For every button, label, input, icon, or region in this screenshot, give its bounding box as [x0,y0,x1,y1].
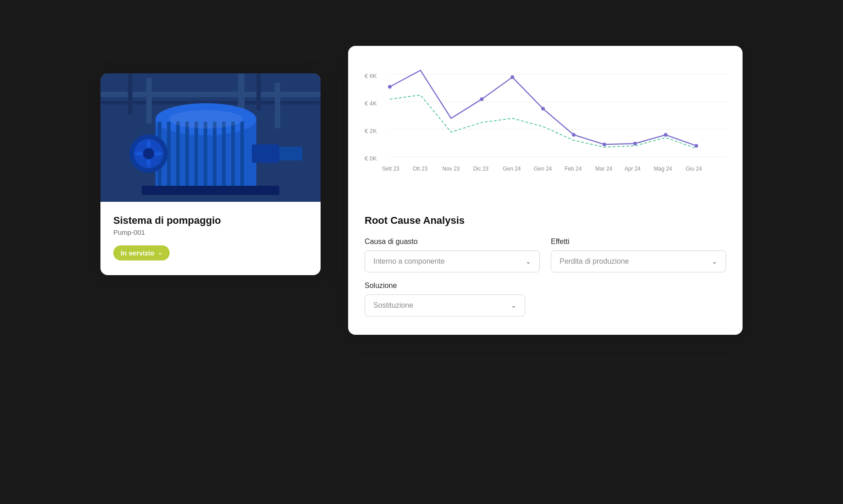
effetti-field: Effetti Perdita di produzione ⌄ [551,238,726,272]
svg-text:€ 4K: € 4K [365,100,377,107]
chart-point [480,97,483,101]
svg-rect-5 [275,83,280,128]
svg-rect-26 [142,186,279,195]
svg-rect-17 [213,122,216,186]
causa-value: Interno a componente [373,257,445,266]
asset-image [100,73,321,202]
rca-top-row: Causa di guasto Interno a componente ⌄ E… [365,238,726,272]
svg-text:Ott 23: Ott 23 [413,165,428,172]
svg-rect-7 [146,78,152,124]
effetti-select[interactable]: Perdita di produzione ⌄ [551,250,726,272]
svg-rect-13 [176,122,180,186]
chart-point [603,142,606,146]
svg-rect-19 [231,122,235,186]
soluzione-label: Soluzione [365,282,525,290]
scene: Sistema di pompaggio Pump-001 In servizi… [100,46,743,459]
asset-card: Sistema di pompaggio Pump-001 In servizi… [100,73,321,275]
svg-text:Sett 23: Sett 23 [382,165,399,172]
svg-rect-1 [100,92,321,97]
chart-point [388,85,392,89]
svg-rect-16 [204,122,207,186]
svg-text:Apr 24: Apr 24 [625,165,641,172]
chart-point [664,133,667,136]
rca-title: Root Cause Analysis [365,215,726,227]
chart-container: € 6K € 4K € 2K € 0K Sett 23 Ott 23 Nov 2… [365,61,726,198]
status-chevron-icon: ⌄ [158,249,162,256]
causa-chevron-icon: ⌄ [526,258,531,265]
effetti-chevron-icon: ⌄ [712,258,717,265]
svg-rect-4 [256,73,261,110]
svg-rect-18 [222,122,226,186]
svg-text:Nov 23: Nov 23 [443,165,460,172]
causa-select[interactable]: Interno a componente ⌄ [365,250,540,272]
chart-point [541,107,545,111]
chart-point [633,141,637,145]
svg-text:Mag 24: Mag 24 [654,165,672,172]
soluzione-chevron-icon: ⌄ [511,302,516,309]
analysis-card: € 6K € 4K € 2K € 0K Sett 23 Ott 23 Nov 2… [348,46,743,335]
status-label: In servizio [121,249,154,257]
soluzione-field: Soluzione Sostituzione ⌄ [365,282,525,316]
chart-point [694,144,698,147]
rca-bottom-row: Soluzione Sostituzione ⌄ [365,282,726,316]
soluzione-value: Sostituzione [373,301,413,310]
svg-text:Giu 24: Giu 24 [686,165,702,172]
asset-info: Sistema di pompaggio Pump-001 In servizi… [100,202,321,275]
svg-text:€ 0K: € 0K [365,155,377,161]
svg-rect-6 [128,73,133,115]
svg-text:Dic 23: Dic 23 [473,165,488,172]
svg-point-27 [169,110,243,128]
effetti-value: Perdita di produzione [560,257,629,266]
svg-rect-24 [252,144,279,163]
svg-text:€ 2K: € 2K [365,127,377,134]
svg-rect-14 [185,122,189,186]
asset-id: Pump-001 [113,228,308,236]
effetti-label: Effetti [551,238,726,246]
svg-text:Gen 24: Gen 24 [534,165,552,172]
asset-name: Sistema di pompaggio [113,215,308,227]
svg-rect-15 [194,122,198,186]
status-badge[interactable]: In servizio ⌄ [113,245,170,260]
svg-point-23 [143,148,154,159]
svg-text:Mar 24: Mar 24 [595,165,613,172]
svg-text:Feb 24: Feb 24 [565,165,582,172]
svg-text:€ 6K: € 6K [365,72,377,79]
causa-field: Causa di guasto Interno a componente ⌄ [365,238,540,272]
cost-chart: € 6K € 4K € 2K € 0K Sett 23 Ott 23 Nov 2… [365,61,726,198]
svg-rect-25 [279,147,302,161]
svg-text:Gen 24: Gen 24 [503,165,521,172]
svg-rect-20 [240,122,244,186]
chart-point [572,133,576,136]
soluzione-select[interactable]: Sostituzione ⌄ [365,294,525,316]
chart-point [510,75,514,79]
causa-label: Causa di guasto [365,238,540,246]
baseline-line [390,95,696,149]
